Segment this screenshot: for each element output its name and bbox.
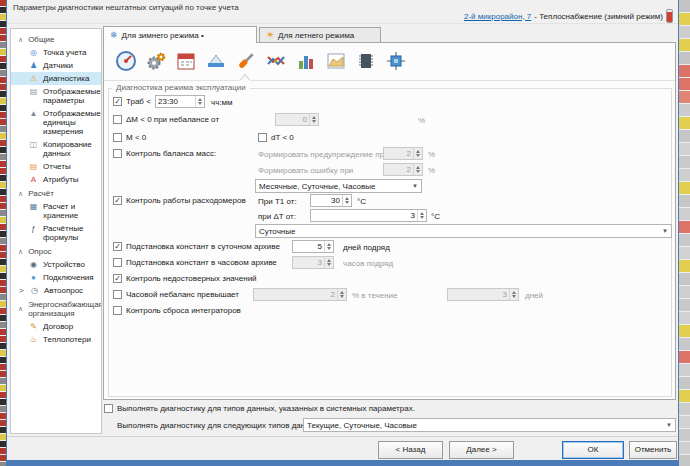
flowmeter-control-checkbox[interactable]: Контроль работы расходомеров [113,196,246,205]
chip-icon[interactable] [352,46,380,76]
sidebar-item-Точка учета[interactable]: ◎Точка учета [11,46,101,59]
const-hourly-label: Подстановка констант в часовом архиве [126,258,277,267]
collapse-chevron-icon: ∧ [18,190,23,198]
dt-from-value: 3 [311,210,417,221]
sun-icon: ☀ [266,30,274,40]
background-row [679,221,690,234]
dt-checkbox[interactable]: dT < 0 [258,133,294,142]
dm-checkbox[interactable]: ΔM < 0 при небалансе от [113,115,219,124]
calendar-icon[interactable] [172,46,200,76]
spinner-arrows-icon[interactable] [417,210,426,221]
t1-spinner[interactable]: 30 [310,194,352,207]
sidebar-item-Отображаемые параметры[interactable]: ▤Отображаемые параметры [11,85,101,107]
background-row [679,39,690,52]
error-at-value: 2 [384,164,413,175]
sidebar-item-label: Договор [43,322,73,331]
hourly-imbalance-checkbox[interactable]: Часовой небаланс превышает [113,290,239,299]
tab-label: Для летнего режима [278,31,354,40]
checkbox-box [104,404,113,413]
context-label: - Теплоснабжение (зимний режим) [534,12,663,21]
background-row [679,377,690,390]
diagnostics-types-dropdown[interactable]: Текущие, Суточные, Часовые ▾ [303,418,676,432]
background-row [679,130,690,143]
background-row [679,26,690,39]
sidebar-item-label: Отчеты [43,162,71,171]
hourly-imbalance-value: 2 [254,289,337,300]
bar-chart-icon[interactable] [292,46,320,76]
background-row [679,182,690,195]
footer-separator [7,436,678,437]
integrator-reset-checkbox[interactable]: Контроль сброса интеграторов [113,306,241,315]
node-icon[interactable] [382,46,410,76]
back-button[interactable]: < Назад [378,441,443,459]
tab-winter-mode[interactable]: ❄ Для зимнего режима • [103,26,257,43]
checkbox-box [113,196,122,205]
background-row [679,351,690,364]
diagnostics-types-value: Текущие, Суточные, Часовые [304,421,663,430]
spinner-arrows-icon[interactable] [342,195,351,206]
sidebar-group-Энергоснабжающая организация[interactable]: ∧Энергоснабжающая организация [11,297,101,320]
invalid-values-label: Контроль недостоверных значений [126,274,257,283]
background-row [679,455,690,466]
ok-button[interactable]: ОК [562,441,624,459]
expand-chevron-icon[interactable]: > [19,286,25,295]
sidebar-item-Автоопрос[interactable]: >◷Автоопрос [11,284,101,297]
background-window-right-strip [679,0,690,466]
spinner-arrows-icon[interactable] [195,96,204,107]
sidebar-item-Подключения[interactable]: ●Подключения [11,271,101,284]
imbalance-days-unit: дней [525,291,543,300]
sidebar-item-label: Расчётные формулы [43,224,100,242]
m-checkbox[interactable]: M < 0 [113,133,146,142]
ruler-icon[interactable] [202,46,230,76]
const-hourly-spinner: 3 [292,256,334,269]
line-chart-icon[interactable] [262,46,290,76]
sidebar-item-Договор[interactable]: ✎Договор [11,320,101,333]
trab-label: Траб < [126,97,151,106]
checkbox-box [113,306,122,315]
daily-types-dropdown[interactable]: Суточные ▾ [255,224,672,238]
connections-icon: ● [28,273,39,282]
flow-archive-types-dropdown[interactable]: Месячные, Суточные, Часовые ▾ [255,179,422,193]
sidebar-item-Отчеты[interactable]: ▤Отчеты [11,160,101,173]
system-types-checkbox[interactable]: Выполнять диагностику для типов данных, … [104,404,415,413]
sidebar-item-Отображаемые единицы измерения[interactable]: ▲Отображаемые единицы измерения [11,107,101,138]
gears-icon[interactable] [142,46,170,76]
next-button[interactable]: Далее > [449,441,514,459]
const-daily-spinner[interactable]: 5 [292,240,334,253]
gauge-icon[interactable] [112,46,140,76]
background-row [679,156,690,169]
sidebar-group-Общие[interactable]: ∧Общие [11,32,101,46]
metering-point-link[interactable]: 2-й микрорайон, 7 [464,12,531,21]
sidebar-item-Копирование данных[interactable]: ◫Копирование данных [11,138,101,160]
tab-summer-mode[interactable]: ☀ Для летнего режима [259,27,381,43]
sidebar-item-Расчётные формулы[interactable]: ƒРасчётные формулы [11,222,101,244]
sidebar-group-Опрос[interactable]: ∧Опрос [11,244,101,258]
const-hourly-checkbox[interactable]: Подстановка констант в часовом архиве [113,258,277,267]
sidebar-group-Расчёт[interactable]: ∧Расчёт [11,186,101,200]
const-daily-checkbox[interactable]: Подстановка констант в суточном архиве [113,242,280,251]
t1-unit: °C [357,197,366,206]
sidebar-item-label: Диагностика [43,74,89,83]
sidebar-item-Атрибуты[interactable]: AАтрибуты [11,173,101,186]
screwdriver-icon[interactable] [232,46,260,76]
trab-checkbox[interactable]: Траб < [113,97,151,106]
sidebar-item-Устройство[interactable]: ◉Устройство [11,258,101,271]
sidebar-item-label: Отображаемые параметры [43,87,101,105]
cancel-button[interactable]: Отменить [629,441,677,459]
metering-point-icon: ◎ [28,48,39,57]
background-row [679,104,690,117]
sidebar-item-Теплопотери[interactable]: ♨Теплопотери [11,333,101,346]
flow-archive-types-value: Месячные, Суточные, Часовые [256,182,409,191]
sidebar-item-Диагностика[interactable]: ⚠Диагностика [11,72,101,85]
sidebar-item-Датчики[interactable]: ♟Датчики [11,59,101,72]
dt-from-spinner[interactable]: 3 [310,209,427,222]
invalid-values-checkbox[interactable]: Контроль недостоверных значений [113,274,257,283]
copy-icon: ◫ [28,140,39,149]
trab-time-spinner[interactable]: 23:30 [155,95,205,108]
background-row [679,13,690,26]
spinner-arrows-icon[interactable] [324,241,333,252]
background-row [679,338,690,351]
mass-balance-checkbox[interactable]: Контроль баланса масс: [113,149,216,158]
sidebar-item-Расчет и хранение[interactable]: ▦Расчет и хранение [11,200,101,222]
area-chart-icon[interactable] [322,46,350,76]
